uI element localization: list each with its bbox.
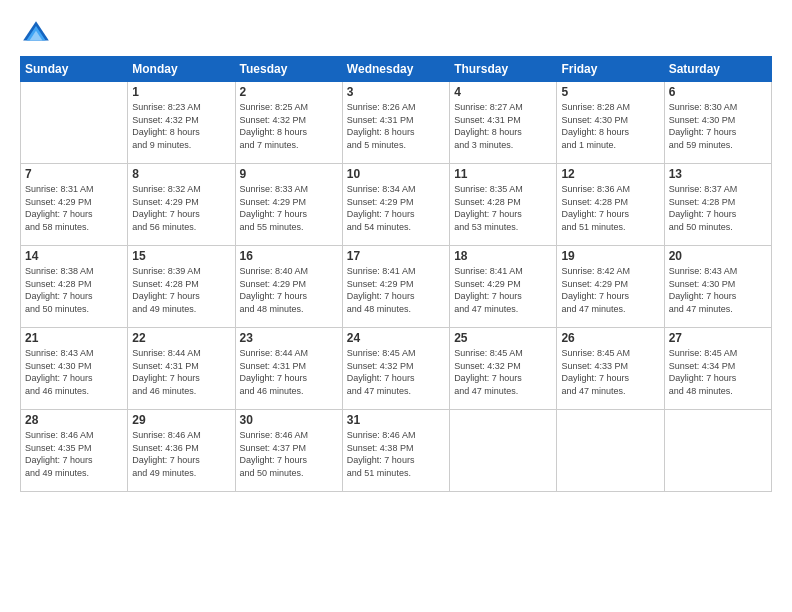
- day-info: Sunrise: 8:45 AM Sunset: 4:33 PM Dayligh…: [561, 347, 659, 397]
- day-info: Sunrise: 8:46 AM Sunset: 4:38 PM Dayligh…: [347, 429, 445, 479]
- week-row-5: 28Sunrise: 8:46 AM Sunset: 4:35 PM Dayli…: [21, 410, 772, 492]
- day-info: Sunrise: 8:44 AM Sunset: 4:31 PM Dayligh…: [132, 347, 230, 397]
- day-number: 12: [561, 167, 659, 181]
- calendar-cell: 18Sunrise: 8:41 AM Sunset: 4:29 PM Dayli…: [450, 246, 557, 328]
- calendar-cell: 2Sunrise: 8:25 AM Sunset: 4:32 PM Daylig…: [235, 82, 342, 164]
- day-info: Sunrise: 8:37 AM Sunset: 4:28 PM Dayligh…: [669, 183, 767, 233]
- weekday-header-friday: Friday: [557, 57, 664, 82]
- calendar-cell: 8Sunrise: 8:32 AM Sunset: 4:29 PM Daylig…: [128, 164, 235, 246]
- weekday-header-saturday: Saturday: [664, 57, 771, 82]
- day-number: 11: [454, 167, 552, 181]
- calendar-cell: 13Sunrise: 8:37 AM Sunset: 4:28 PM Dayli…: [664, 164, 771, 246]
- day-number: 10: [347, 167, 445, 181]
- day-number: 29: [132, 413, 230, 427]
- weekday-header-monday: Monday: [128, 57, 235, 82]
- day-number: 25: [454, 331, 552, 345]
- weekday-header-tuesday: Tuesday: [235, 57, 342, 82]
- calendar-cell: 24Sunrise: 8:45 AM Sunset: 4:32 PM Dayli…: [342, 328, 449, 410]
- calendar-cell: 19Sunrise: 8:42 AM Sunset: 4:29 PM Dayli…: [557, 246, 664, 328]
- day-number: 1: [132, 85, 230, 99]
- day-info: Sunrise: 8:39 AM Sunset: 4:28 PM Dayligh…: [132, 265, 230, 315]
- calendar-cell: 25Sunrise: 8:45 AM Sunset: 4:32 PM Dayli…: [450, 328, 557, 410]
- calendar-cell: [557, 410, 664, 492]
- calendar-cell: 30Sunrise: 8:46 AM Sunset: 4:37 PM Dayli…: [235, 410, 342, 492]
- day-number: 3: [347, 85, 445, 99]
- day-number: 5: [561, 85, 659, 99]
- day-number: 20: [669, 249, 767, 263]
- calendar-cell: 29Sunrise: 8:46 AM Sunset: 4:36 PM Dayli…: [128, 410, 235, 492]
- calendar-cell: 9Sunrise: 8:33 AM Sunset: 4:29 PM Daylig…: [235, 164, 342, 246]
- day-info: Sunrise: 8:34 AM Sunset: 4:29 PM Dayligh…: [347, 183, 445, 233]
- day-info: Sunrise: 8:45 AM Sunset: 4:32 PM Dayligh…: [454, 347, 552, 397]
- calendar-cell: 17Sunrise: 8:41 AM Sunset: 4:29 PM Dayli…: [342, 246, 449, 328]
- day-number: 16: [240, 249, 338, 263]
- calendar-cell: 5Sunrise: 8:28 AM Sunset: 4:30 PM Daylig…: [557, 82, 664, 164]
- page: SundayMondayTuesdayWednesdayThursdayFrid…: [0, 0, 792, 612]
- day-info: Sunrise: 8:45 AM Sunset: 4:34 PM Dayligh…: [669, 347, 767, 397]
- day-number: 23: [240, 331, 338, 345]
- day-info: Sunrise: 8:30 AM Sunset: 4:30 PM Dayligh…: [669, 101, 767, 151]
- calendar-cell: [450, 410, 557, 492]
- calendar-cell: 3Sunrise: 8:26 AM Sunset: 4:31 PM Daylig…: [342, 82, 449, 164]
- weekday-header-sunday: Sunday: [21, 57, 128, 82]
- day-info: Sunrise: 8:31 AM Sunset: 4:29 PM Dayligh…: [25, 183, 123, 233]
- calendar-cell: 28Sunrise: 8:46 AM Sunset: 4:35 PM Dayli…: [21, 410, 128, 492]
- day-info: Sunrise: 8:25 AM Sunset: 4:32 PM Dayligh…: [240, 101, 338, 151]
- week-row-1: 1Sunrise: 8:23 AM Sunset: 4:32 PM Daylig…: [21, 82, 772, 164]
- day-info: Sunrise: 8:28 AM Sunset: 4:30 PM Dayligh…: [561, 101, 659, 151]
- day-number: 2: [240, 85, 338, 99]
- day-info: Sunrise: 8:43 AM Sunset: 4:30 PM Dayligh…: [25, 347, 123, 397]
- day-number: 27: [669, 331, 767, 345]
- calendar-cell: 22Sunrise: 8:44 AM Sunset: 4:31 PM Dayli…: [128, 328, 235, 410]
- day-info: Sunrise: 8:35 AM Sunset: 4:28 PM Dayligh…: [454, 183, 552, 233]
- day-info: Sunrise: 8:41 AM Sunset: 4:29 PM Dayligh…: [454, 265, 552, 315]
- calendar-cell: 12Sunrise: 8:36 AM Sunset: 4:28 PM Dayli…: [557, 164, 664, 246]
- day-info: Sunrise: 8:40 AM Sunset: 4:29 PM Dayligh…: [240, 265, 338, 315]
- calendar-cell: 10Sunrise: 8:34 AM Sunset: 4:29 PM Dayli…: [342, 164, 449, 246]
- day-info: Sunrise: 8:27 AM Sunset: 4:31 PM Dayligh…: [454, 101, 552, 151]
- week-row-2: 7Sunrise: 8:31 AM Sunset: 4:29 PM Daylig…: [21, 164, 772, 246]
- week-row-4: 21Sunrise: 8:43 AM Sunset: 4:30 PM Dayli…: [21, 328, 772, 410]
- day-info: Sunrise: 8:32 AM Sunset: 4:29 PM Dayligh…: [132, 183, 230, 233]
- day-info: Sunrise: 8:42 AM Sunset: 4:29 PM Dayligh…: [561, 265, 659, 315]
- calendar-cell: 6Sunrise: 8:30 AM Sunset: 4:30 PM Daylig…: [664, 82, 771, 164]
- day-number: 4: [454, 85, 552, 99]
- day-info: Sunrise: 8:46 AM Sunset: 4:36 PM Dayligh…: [132, 429, 230, 479]
- day-number: 31: [347, 413, 445, 427]
- day-number: 13: [669, 167, 767, 181]
- day-number: 24: [347, 331, 445, 345]
- calendar-cell: 21Sunrise: 8:43 AM Sunset: 4:30 PM Dayli…: [21, 328, 128, 410]
- day-number: 8: [132, 167, 230, 181]
- day-info: Sunrise: 8:44 AM Sunset: 4:31 PM Dayligh…: [240, 347, 338, 397]
- day-number: 15: [132, 249, 230, 263]
- day-info: Sunrise: 8:23 AM Sunset: 4:32 PM Dayligh…: [132, 101, 230, 151]
- day-info: Sunrise: 8:36 AM Sunset: 4:28 PM Dayligh…: [561, 183, 659, 233]
- day-number: 30: [240, 413, 338, 427]
- day-info: Sunrise: 8:46 AM Sunset: 4:35 PM Dayligh…: [25, 429, 123, 479]
- calendar-cell: 16Sunrise: 8:40 AM Sunset: 4:29 PM Dayli…: [235, 246, 342, 328]
- calendar-cell: 23Sunrise: 8:44 AM Sunset: 4:31 PM Dayli…: [235, 328, 342, 410]
- weekday-header-wednesday: Wednesday: [342, 57, 449, 82]
- calendar-cell: 11Sunrise: 8:35 AM Sunset: 4:28 PM Dayli…: [450, 164, 557, 246]
- logo: [20, 18, 56, 50]
- day-number: 19: [561, 249, 659, 263]
- day-info: Sunrise: 8:26 AM Sunset: 4:31 PM Dayligh…: [347, 101, 445, 151]
- calendar: SundayMondayTuesdayWednesdayThursdayFrid…: [20, 56, 772, 492]
- day-info: Sunrise: 8:33 AM Sunset: 4:29 PM Dayligh…: [240, 183, 338, 233]
- day-info: Sunrise: 8:46 AM Sunset: 4:37 PM Dayligh…: [240, 429, 338, 479]
- calendar-cell: 27Sunrise: 8:45 AM Sunset: 4:34 PM Dayli…: [664, 328, 771, 410]
- day-info: Sunrise: 8:45 AM Sunset: 4:32 PM Dayligh…: [347, 347, 445, 397]
- day-number: 28: [25, 413, 123, 427]
- day-info: Sunrise: 8:43 AM Sunset: 4:30 PM Dayligh…: [669, 265, 767, 315]
- calendar-cell: 1Sunrise: 8:23 AM Sunset: 4:32 PM Daylig…: [128, 82, 235, 164]
- day-number: 6: [669, 85, 767, 99]
- calendar-cell: [664, 410, 771, 492]
- logo-icon: [20, 18, 52, 50]
- day-number: 18: [454, 249, 552, 263]
- day-info: Sunrise: 8:41 AM Sunset: 4:29 PM Dayligh…: [347, 265, 445, 315]
- weekday-header-row: SundayMondayTuesdayWednesdayThursdayFrid…: [21, 57, 772, 82]
- calendar-cell: 20Sunrise: 8:43 AM Sunset: 4:30 PM Dayli…: [664, 246, 771, 328]
- day-number: 22: [132, 331, 230, 345]
- calendar-cell: 15Sunrise: 8:39 AM Sunset: 4:28 PM Dayli…: [128, 246, 235, 328]
- weekday-header-thursday: Thursday: [450, 57, 557, 82]
